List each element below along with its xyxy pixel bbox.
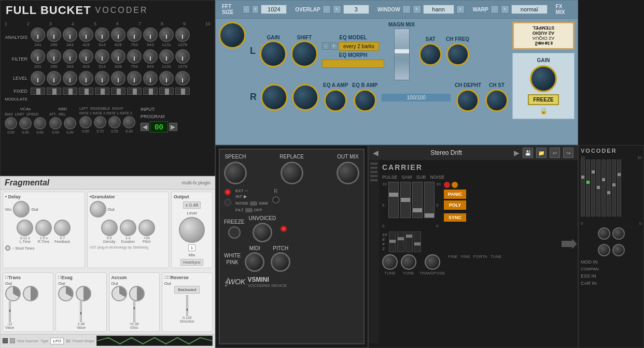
pv-chdepht-knob[interactable]: [456, 89, 479, 112]
car-organ-fader-2[interactable]: [397, 231, 404, 252]
fb-level-knob-5[interactable]: [95, 71, 109, 85]
fb-bias-knob[interactable]: [5, 117, 17, 129]
pv-window-minus[interactable]: -: [402, 5, 411, 13]
car-undo-btn[interactable]: ↩: [550, 148, 560, 158]
pv-eqaamp-knob[interactable]: [324, 89, 347, 112]
fb-program-next[interactable]: ▶: [169, 123, 177, 131]
pv-gain-r-knob[interactable]: [261, 84, 288, 111]
fb-analysis-knob-4[interactable]: [79, 27, 93, 42]
wok-midi-knob[interactable]: [245, 252, 264, 272]
pv-freeze-button[interactable]: FREEZE: [528, 94, 558, 105]
pv-gain-l-knob[interactable]: [260, 40, 287, 67]
fb-rate3-knob[interactable]: [108, 116, 121, 128]
fb-filter-knob-2[interactable]: [47, 49, 61, 64]
fb-filter-knob-3[interactable]: [63, 49, 77, 64]
fb-slider-6[interactable]: [111, 88, 125, 95]
wok-speech-knob[interactable]: [224, 162, 247, 184]
pv-chst-knob[interactable]: [485, 89, 508, 112]
fb-level-knob-6[interactable]: [111, 71, 125, 85]
car-organ-fader-1[interactable]: [389, 231, 396, 252]
frag-level-knob[interactable]: [179, 217, 205, 243]
car-fader-pulse[interactable]: [388, 182, 399, 218]
fb-analysis-knob-1[interactable]: [31, 27, 45, 42]
fb-slider-8[interactable]: [143, 88, 158, 95]
car-prev-arrow[interactable]: ◀: [373, 149, 379, 157]
fb-filter-knob-7[interactable]: [127, 49, 142, 64]
car-tune-knob-3[interactable]: [425, 254, 440, 270]
fb-analysis-knob-8[interactable]: [143, 27, 158, 42]
frag-trans-slider[interactable]: [9, 301, 11, 322]
frag-backward-btn[interactable]: Backward: [174, 286, 200, 294]
fb-att-knob[interactable]: [49, 117, 62, 129]
car-tune-knob-2[interactable]: [401, 254, 416, 270]
frag-trans-pie-1[interactable]: [5, 286, 21, 301]
frag-lfo-select[interactable]: LFO: [50, 338, 64, 344]
frag-short-times-radio[interactable]: [5, 245, 10, 251]
frag-x-btn[interactable]: x 0.48: [183, 201, 201, 209]
pv-warp-plus[interactable]: +: [501, 5, 509, 13]
car-save-btn[interactable]: 💾: [523, 148, 533, 158]
car-poly-button[interactable]: POLY: [444, 200, 466, 210]
wok-filt-switch[interactable]: [245, 208, 253, 212]
fb-analysis-knob-5[interactable]: [95, 27, 109, 42]
fb-filter-knob-6[interactable]: [111, 49, 125, 64]
vr-knob-4[interactable]: [612, 244, 625, 256]
frag-ltime-knob[interactable]: [17, 220, 33, 236]
fb-program-prev[interactable]: ◀: [141, 123, 149, 131]
fb-analysis-knob-3[interactable]: [63, 27, 77, 42]
fb-filter-knob-8[interactable]: [143, 49, 158, 64]
car-fader-noise[interactable]: [424, 182, 435, 218]
fb-filter-knob-10[interactable]: [175, 49, 190, 64]
vr-fader-1[interactable]: [581, 160, 585, 216]
fb-limit-knob[interactable]: [19, 117, 32, 129]
pv-eqbamp-knob[interactable]: [354, 89, 376, 112]
frag-hostsync-btn[interactable]: HostSync: [180, 259, 203, 266]
pv-eq-morph-display[interactable]: [322, 60, 384, 68]
fb-slider-1[interactable]: [31, 88, 45, 95]
fb-speed-knob[interactable]: [34, 117, 46, 129]
car-organ-fader-4[interactable]: [414, 231, 421, 252]
vr-fader-2[interactable]: [586, 160, 590, 216]
vr-fader-5[interactable]: [601, 160, 606, 216]
pv-shift-l-knob[interactable]: [291, 40, 318, 67]
frag-gran-mix-knob[interactable]: [90, 201, 106, 218]
fb-slider-3[interactable]: [63, 88, 77, 95]
pv-fft-plus[interactable]: +: [252, 5, 259, 13]
fb-rate4-knob[interactable]: [123, 116, 135, 128]
wok-freeze-knob[interactable]: [228, 226, 241, 239]
pv-chfreq-knob[interactable]: [446, 43, 469, 66]
frag-duration-knob[interactable]: [120, 220, 136, 236]
vr-knob-3[interactable]: [598, 244, 610, 256]
fb-level-knob-7[interactable]: [127, 71, 142, 85]
vr-fader-7[interactable]: [612, 160, 616, 216]
car-fader-sub[interactable]: [412, 182, 423, 218]
pv-overlap-plus[interactable]: +: [333, 5, 341, 13]
car-organ-fader-3[interactable]: [405, 231, 413, 252]
wok-replace-knob[interactable]: [281, 162, 303, 184]
wok-r-knob[interactable]: [272, 196, 279, 204]
car-load-btn[interactable]: 📁: [536, 148, 547, 158]
fb-level-knob-1[interactable]: [31, 71, 45, 85]
pv-magn-slider[interactable]: [394, 28, 410, 80]
vr-fader-3[interactable]: [591, 160, 595, 216]
frag-density-knob[interactable]: [101, 220, 118, 236]
pv-window-plus[interactable]: +: [413, 5, 421, 13]
fb-filter-knob-9[interactable]: [159, 49, 174, 64]
fb-rate2-knob[interactable]: [94, 116, 106, 128]
car-fader-saw[interactable]: [400, 182, 411, 218]
fb-slider-9[interactable]: [159, 88, 174, 95]
frag-accum-slider[interactable]: [133, 301, 135, 322]
wok-unvoiced-knob[interactable]: [253, 223, 272, 242]
frag-pitch-knob[interactable]: [138, 220, 155, 236]
fb-filter-knob-5[interactable]: [95, 49, 109, 64]
fb-level-knob-8[interactable]: [143, 71, 158, 85]
vr-knob-2[interactable]: [612, 227, 625, 240]
pv-window-extra[interactable]: +: [456, 5, 465, 13]
wok-unvoiced-led[interactable]: [280, 225, 287, 233]
vr-fader-6[interactable]: [607, 160, 611, 216]
fb-analysis-knob-6[interactable]: [111, 27, 125, 42]
car-panic-button[interactable]: PANIC: [444, 190, 466, 199]
car-tune-knob-1[interactable]: [382, 254, 398, 270]
car-next-arrow[interactable]: ▶: [514, 149, 520, 157]
frag-rtime-knob[interactable]: [35, 220, 52, 236]
